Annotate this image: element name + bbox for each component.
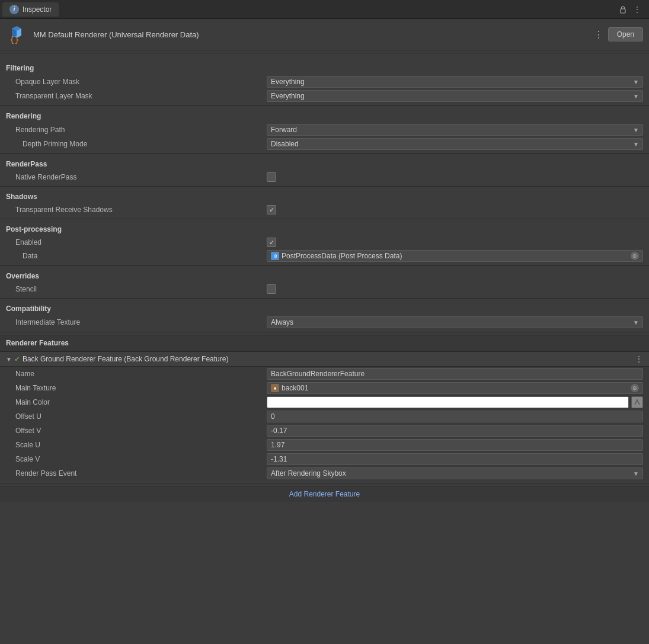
- intermediate-texture-row: Intermediate Texture Always ▼: [0, 315, 649, 329]
- feature-scale-u-display[interactable]: 1.97: [267, 439, 643, 451]
- add-renderer-feature-button[interactable]: Add Renderer Feature: [289, 490, 360, 498]
- pp-enabled-checkbox[interactable]: ✓: [267, 238, 276, 247]
- pp-data-value: ⚙ PostProcessData (Post Process Data) ⊙: [267, 250, 643, 262]
- intermediate-texture-label: Intermediate Texture: [6, 318, 267, 326]
- color-picker-icon[interactable]: [631, 396, 643, 408]
- feature-scale-v-value: -1.31: [267, 453, 643, 465]
- pp-enabled-row: Enabled ✓: [0, 236, 649, 249]
- header-title: MM Default Renderer (Universal Renderer …: [33, 30, 199, 39]
- dropdown-arrow-icon: ▼: [633, 141, 639, 148]
- renderer-features-header: Renderer Features: [0, 335, 649, 351]
- pp-data-object-field[interactable]: ⚙ PostProcessData (Post Process Data) ⊙: [267, 250, 643, 262]
- svg-rect-0: [621, 9, 625, 13]
- menu-dots-icon[interactable]: ⋮: [632, 5, 642, 14]
- post-process-data-icon: ⚙: [271, 252, 279, 260]
- compatibility-section-header: Compatibility: [0, 301, 649, 315]
- feature-header: ▼ ✓ Back Ground Renderer Feature (Back G…: [0, 352, 649, 367]
- tab-bar-icons: ⋮: [618, 5, 647, 14]
- feature-name-label: Name: [6, 370, 267, 378]
- stencil-row: Stencil: [0, 283, 649, 296]
- feature-scale-u-label: Scale U: [6, 441, 267, 449]
- rendering-path-label: Rendering Path: [6, 126, 267, 134]
- feature-main-texture-label: Main Texture: [6, 384, 267, 392]
- feature-offset-u-row: Offset U 0: [0, 409, 649, 424]
- feature-check-icon: ✓: [14, 355, 20, 363]
- feature-name-row: Name: [0, 367, 649, 381]
- intermediate-texture-dropdown[interactable]: Always ▼: [267, 316, 643, 328]
- depth-priming-mode-row: Depth Priming Mode Disabled ▼: [0, 137, 649, 151]
- feature-menu-icon[interactable]: ⋮: [635, 354, 643, 364]
- feature-main-color-label: Main Color: [6, 398, 267, 406]
- depth-priming-mode-value: Disabled ▼: [267, 138, 643, 150]
- renderpass-section-header: RenderPass: [0, 156, 649, 171]
- transparent-layer-mask-row: Transparent Layer Mask Everything ▼: [0, 89, 649, 103]
- feature-name-value: [267, 368, 643, 380]
- feature-offset-u-value: 0: [267, 411, 643, 422]
- feature-offset-v-value: -0.17: [267, 425, 643, 437]
- opaque-layer-mask-dropdown[interactable]: Everything ▼: [267, 76, 643, 88]
- native-renderpass-value: [267, 172, 643, 182]
- feature-main-texture-field[interactable]: ■ back001 ⊙: [267, 382, 643, 394]
- lock-icon[interactable]: [618, 5, 628, 14]
- opaque-layer-mask-row: Opaque Layer Mask Everything ▼: [0, 75, 649, 89]
- feature-main-color-input[interactable]: [267, 396, 629, 408]
- transparent-layer-mask-label: Transparent Layer Mask: [6, 92, 267, 100]
- open-button[interactable]: Open: [608, 27, 643, 41]
- pp-data-row: Data ⚙ PostProcessData (Post Process Dat…: [0, 249, 649, 263]
- native-renderpass-checkbox[interactable]: [267, 172, 276, 182]
- feature-scale-u-value: 1.97: [267, 439, 643, 451]
- inspector-tab-icon: i: [9, 5, 19, 14]
- header-menu-icon[interactable]: ⋮: [594, 29, 603, 40]
- rendering-path-dropdown[interactable]: Forward ▼: [267, 124, 643, 136]
- object-select-icon[interactable]: ⊙: [631, 252, 639, 260]
- depth-priming-mode-dropdown[interactable]: Disabled ▼: [267, 138, 643, 150]
- depth-priming-mode-label: Depth Priming Mode: [6, 140, 267, 148]
- transparent-receive-shadows-checkbox[interactable]: ✓: [267, 205, 276, 214]
- pp-data-label: Data: [6, 252, 267, 260]
- inspector-tab[interactable]: i Inspector: [2, 2, 59, 17]
- stencil-label: Stencil: [6, 285, 267, 293]
- transparent-layer-mask-dropdown[interactable]: Everything ▼: [267, 90, 643, 102]
- feature-header-title: Back Ground Renderer Feature (Back Groun…: [23, 355, 632, 363]
- feature-offset-v-row: Offset V -0.17: [0, 424, 649, 438]
- header-left: {} MM Default Renderer (Universal Render…: [6, 24, 199, 45]
- feature-scale-v-display[interactable]: -1.31: [267, 453, 643, 465]
- inspector-tab-label: Inspector: [23, 5, 52, 14]
- feature-render-pass-event-dropdown[interactable]: After Rendering Skybox ▼: [267, 467, 643, 479]
- feature-render-pass-event-row: Render Pass Event After Rendering Skybox…: [0, 466, 649, 480]
- native-renderpass-label: Native RenderPass: [6, 173, 267, 181]
- checkmark-icon: ✓: [269, 207, 274, 213]
- feature-offset-v-display[interactable]: -0.17: [267, 425, 643, 437]
- inspector-content: Filtering Opaque Layer Mask Everything ▼…: [0, 56, 649, 507]
- pp-enabled-value: ✓: [267, 238, 643, 247]
- checkmark-icon: ✓: [269, 239, 274, 246]
- inspector-header: {} MM Default Renderer (Universal Render…: [0, 19, 649, 50]
- overrides-section-header: Overrides: [0, 268, 649, 283]
- svg-text:{}: {}: [9, 35, 20, 44]
- dropdown-arrow-icon: ▼: [633, 93, 639, 100]
- feature-main-texture-row: Main Texture ■ back001 ⊙: [0, 381, 649, 395]
- tab-bar: i Inspector ⋮: [0, 0, 649, 19]
- feature-collapse-icon[interactable]: ▼: [6, 356, 12, 363]
- three-dots: ⋮: [634, 5, 641, 14]
- transparent-layer-mask-value: Everything ▼: [267, 90, 643, 102]
- feature-main-texture-value: ■ back001 ⊙: [267, 382, 643, 394]
- stencil-checkbox[interactable]: [267, 284, 276, 294]
- dropdown-arrow-icon: ▼: [633, 79, 639, 85]
- feature-main-color-row: Main Color: [0, 395, 649, 409]
- rendering-path-value: Forward ▼: [267, 124, 643, 136]
- rendering-path-row: Rendering Path Forward ▼: [0, 123, 649, 137]
- feature-render-pass-event-label: Render Pass Event: [6, 469, 267, 478]
- feature-scale-v-row: Scale V -1.31: [0, 452, 649, 466]
- texture-select-icon[interactable]: ⊙: [631, 384, 639, 392]
- feature-scale-u-row: Scale U 1.97: [0, 438, 649, 452]
- filtering-section-header: Filtering: [0, 60, 649, 75]
- feature-offset-u-display[interactable]: 0: [267, 411, 643, 422]
- feature-name-input[interactable]: [267, 368, 643, 380]
- pp-enabled-label: Enabled: [6, 238, 267, 246]
- transparent-receive-shadows-row: Transparent Receive Shadows ✓: [0, 203, 649, 216]
- rendering-section-header: Rendering: [0, 108, 649, 123]
- texture-icon: ■: [271, 384, 279, 392]
- feature-offset-v-label: Offset V: [6, 427, 267, 435]
- header-right: ⋮ Open: [594, 27, 643, 41]
